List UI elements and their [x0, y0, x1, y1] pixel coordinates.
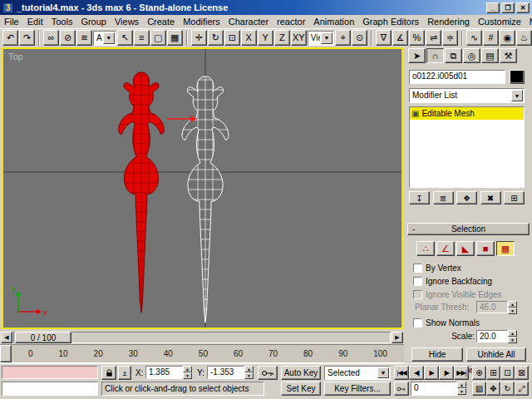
render-scene-icon[interactable]: ♨ [516, 30, 532, 46]
pan-icon[interactable]: ✥ [486, 382, 500, 396]
x-coordinate-field[interactable]: 1.385 [145, 366, 183, 379]
selection-rollout-header[interactable]: - Selection [407, 223, 530, 235]
menu-character[interactable]: Character [224, 16, 273, 27]
time-slider-handle[interactable]: 0 / 100 [15, 332, 71, 343]
tab-display[interactable]: ▤ [481, 48, 499, 63]
time-slider-left-arrow[interactable]: ◀ [1, 332, 12, 343]
selection-filter-dropdown[interactable]: All ▼ [93, 31, 116, 46]
stack-item-editable-mesh[interactable]: ▣ Editable Mesh [410, 107, 524, 120]
minimize-button[interactable]: _ [486, 2, 500, 13]
window-crossing-icon[interactable]: ▦ [167, 30, 183, 46]
title-bar[interactable]: 3 _tutorial4.max - 3ds max 6 - Stand-alo… [0, 0, 532, 15]
curve-editor-icon[interactable]: ∿ [466, 30, 482, 46]
menu-reactor[interactable]: reactor [273, 16, 309, 27]
tab-modify[interactable]: ∩ [426, 48, 444, 63]
restrict-plane-button[interactable]: XY [291, 30, 307, 46]
subobject-polygon-icon[interactable]: ■ [476, 241, 495, 256]
tab-hierarchy[interactable]: ⧉ [445, 48, 462, 63]
reference-coordinate-dropdown[interactable]: View ▼ [308, 31, 334, 46]
configure-modifier-sets-icon[interactable]: ⊞ [504, 191, 525, 204]
pin-stack-icon[interactable]: ↧ [409, 191, 430, 204]
set-key-button[interactable]: Set Key [281, 382, 321, 396]
bind-to-space-warp-icon[interactable]: ≋ [76, 30, 92, 46]
restrict-z-button[interactable]: Z [274, 30, 290, 46]
show-normals-checkbox[interactable]: Show Normals [413, 318, 480, 328]
chevron-down-icon[interactable]: ▼ [377, 367, 389, 378]
x-coordinate-spinner[interactable]: ▲▼ [183, 366, 192, 379]
select-by-name-icon[interactable]: ≡ [134, 30, 150, 46]
zoom-region-icon[interactable]: ▧ [472, 382, 486, 396]
redo-icon[interactable]: ↷ [19, 30, 35, 46]
subobject-face-icon[interactable]: ◣ [456, 241, 475, 256]
maximize-button[interactable]: ❐ [501, 2, 515, 13]
percent-snap-icon[interactable]: % [409, 30, 425, 46]
checkbox-box[interactable] [413, 318, 422, 328]
restrict-x-button[interactable]: X [241, 30, 257, 46]
select-and-scale-icon[interactable]: ⊡ [224, 30, 240, 46]
scale-spinner[interactable]: ▲▼ [508, 330, 517, 343]
restrict-y-button[interactable]: Y [258, 30, 273, 46]
close-button[interactable]: ✕ [516, 2, 530, 13]
zoom-extents-all-icon[interactable]: ⊠ [515, 366, 529, 380]
chevron-down-icon[interactable]: ▼ [321, 32, 332, 44]
current-frame-field[interactable]: 0 [411, 382, 457, 396]
absolute-offset-toggle-icon[interactable]: ± [118, 366, 131, 380]
schematic-view-icon[interactable]: # [483, 30, 499, 46]
snaps-toggle-icon[interactable]: ∇ [376, 30, 392, 46]
modifier-list-dropdown[interactable]: Modifier List ▼ [409, 88, 525, 103]
red-model[interactable] [115, 72, 168, 313]
menu-group[interactable]: Group [76, 16, 111, 27]
key-mode-toggle-icon[interactable] [394, 382, 409, 396]
tab-create[interactable]: ➤ [408, 48, 426, 63]
maxscript-mini-listener[interactable] [2, 382, 98, 396]
unhide-all-button[interactable]: Unhide All [466, 347, 526, 362]
checkbox-box[interactable] [413, 277, 422, 286]
go-to-end-icon[interactable]: ▶▶| [454, 366, 469, 380]
y-coordinate-field[interactable]: -1.353 [207, 366, 244, 379]
scale-field[interactable]: 20.0 [476, 330, 508, 342]
wireframe-model[interactable] [178, 76, 233, 323]
zoom-all-icon[interactable]: ⊞ [486, 366, 500, 380]
min-max-toggle-icon[interactable]: ⤢ [515, 382, 529, 396]
make-unique-icon[interactable]: ❖ [456, 191, 477, 204]
key-filters-button[interactable]: Key Filters... [324, 382, 391, 396]
next-frame-icon[interactable]: |▶ [439, 366, 454, 380]
tab-utilities[interactable]: ⚒ [500, 48, 517, 63]
object-name-field[interactable]: o0122.i005d01 [409, 70, 505, 84]
rectangular-selection-icon[interactable]: ▢ [150, 30, 166, 46]
zoom-extents-icon[interactable]: ⊡ [500, 366, 515, 380]
menu-rendering[interactable]: Rendering [423, 16, 474, 27]
menu-tools[interactable]: Tools [47, 16, 77, 27]
select-object-icon[interactable]: ↖ [117, 30, 133, 46]
viewport-label[interactable]: Top [8, 52, 23, 62]
macro-recorder-field[interactable] [2, 366, 98, 379]
select-and-move-icon[interactable]: ✛ [191, 30, 207, 46]
viewport-top[interactable]: x y Top [2, 47, 403, 329]
time-slider-right-arrow[interactable]: ▶ [392, 332, 403, 343]
modifier-stack-list[interactable]: ▣ Editable Mesh [409, 106, 525, 188]
y-coordinate-spinner[interactable]: ▲▼ [244, 366, 254, 379]
chevron-down-icon[interactable]: ▼ [511, 90, 523, 101]
material-editor-icon[interactable]: ◉ [500, 30, 515, 46]
menu-animation[interactable]: Animation [309, 16, 358, 27]
viewport-canvas[interactable]: x y [3, 49, 401, 328]
tab-motion[interactable]: ◎ [463, 48, 480, 63]
object-color-swatch[interactable] [510, 70, 525, 84]
menu-create[interactable]: Create [143, 16, 179, 27]
auto-key-button[interactable]: Auto Key [281, 366, 321, 380]
go-to-start-icon[interactable]: |◀◀ [394, 366, 409, 380]
arc-rotate-icon[interactable]: ↻ [500, 382, 515, 396]
by-vertex-checkbox[interactable]: By Vertex [413, 263, 461, 273]
subobject-vertex-icon[interactable]: ∴ [416, 241, 435, 256]
ignore-backfacing-checkbox[interactable]: Ignore Backfacing [413, 276, 492, 287]
zoom-icon[interactable]: ⊕ [472, 366, 486, 380]
menu-file[interactable]: File [0, 16, 23, 27]
remove-modifier-icon[interactable]: ✖ [480, 191, 501, 204]
use-pivot-center-icon[interactable]: ⌖ [335, 30, 351, 46]
set-keys-key-icon[interactable] [258, 366, 278, 380]
align-icon[interactable]: ≑ [442, 30, 458, 46]
select-and-rotate-icon[interactable]: ↻ [208, 30, 224, 46]
subobject-element-icon[interactable]: ▦ [496, 241, 515, 256]
undo-icon[interactable]: ↶ [2, 30, 18, 46]
select-and-manipulate-icon[interactable]: ⊙ [352, 30, 367, 46]
